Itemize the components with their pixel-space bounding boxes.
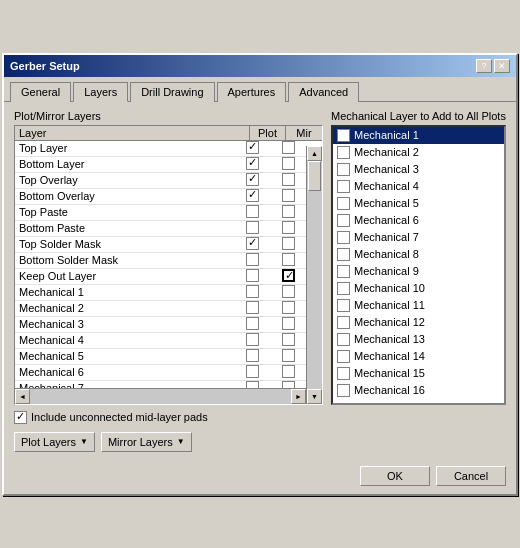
list-item[interactable]: Mechanical 6 xyxy=(333,212,504,229)
mech-checkbox[interactable] xyxy=(337,146,350,159)
plot-checkbox[interactable] xyxy=(246,157,259,170)
plot-checkbox[interactable] xyxy=(246,221,259,234)
plot-checkbox[interactable] xyxy=(246,269,259,282)
mech-checkbox[interactable] xyxy=(337,214,350,227)
gerber-setup-window: Gerber Setup ? ✕ General Layers Drill Dr… xyxy=(2,53,518,496)
plot-checkbox[interactable] xyxy=(246,317,259,330)
table-row: Bottom Overlay xyxy=(15,189,306,205)
mech-checkbox[interactable] xyxy=(337,350,350,363)
ok-button[interactable]: OK xyxy=(360,466,430,486)
right-panel: Mechanical Layer to Add to All Plots Mec… xyxy=(331,110,506,405)
mech-checkbox[interactable] xyxy=(337,180,350,193)
plot-checkbox[interactable] xyxy=(246,301,259,314)
mech-checkbox[interactable] xyxy=(337,316,350,329)
plot-checkbox[interactable] xyxy=(246,173,259,186)
plot-checkbox[interactable] xyxy=(246,189,259,202)
mir-checkbox[interactable] xyxy=(282,141,295,154)
mir-checkbox[interactable] xyxy=(282,221,295,234)
list-item[interactable]: Mechanical 4 xyxy=(333,178,504,195)
mech-checkbox[interactable] xyxy=(337,163,350,176)
list-item[interactable]: Mechanical 15 xyxy=(333,365,504,382)
mech-checkbox[interactable] xyxy=(337,231,350,244)
mech-checkbox[interactable] xyxy=(337,248,350,261)
plot-checkbox[interactable] xyxy=(246,333,259,346)
list-item[interactable]: Mechanical 7 xyxy=(333,229,504,246)
scroll-left-btn[interactable]: ◄ xyxy=(15,389,30,404)
list-item[interactable]: Mechanical 5 xyxy=(333,195,504,212)
list-item[interactable]: Mechanical 14 xyxy=(333,348,504,365)
cancel-button[interactable]: Cancel xyxy=(436,466,506,486)
plot-checkbox[interactable] xyxy=(246,365,259,378)
list-item[interactable]: Mechanical 9 xyxy=(333,263,504,280)
list-item[interactable]: Mechanical 16 xyxy=(333,382,504,399)
mir-checkbox[interactable] xyxy=(282,237,295,250)
layer-table: Layer Plot Mir Top Layer Bottom Layer To… xyxy=(14,125,323,405)
plot-checkbox[interactable] xyxy=(246,349,259,362)
main-content: Plot/Mirror Layers Layer Plot Mir Top La… xyxy=(4,102,516,460)
plot-layers-dropdown-arrow: ▼ xyxy=(80,437,88,446)
mech-checkbox[interactable] xyxy=(337,197,350,210)
mir-checkbox[interactable] xyxy=(282,365,295,378)
plot-checkbox[interactable] xyxy=(246,237,259,250)
tab-drill-drawing[interactable]: Drill Drawing xyxy=(130,82,214,102)
plot-checkbox[interactable] xyxy=(246,141,259,154)
mir-checkbox[interactable] xyxy=(282,269,295,282)
window-title: Gerber Setup xyxy=(10,60,80,72)
mir-checkbox[interactable] xyxy=(282,317,295,330)
mir-checkbox[interactable] xyxy=(282,333,295,346)
tab-advanced[interactable]: Advanced xyxy=(288,82,359,102)
list-item[interactable]: Mechanical 8 xyxy=(333,246,504,263)
table-row: Mechanical 2 xyxy=(15,301,306,317)
list-item[interactable]: Mechanical 10 xyxy=(333,280,504,297)
mechanical-layer-list[interactable]: Mechanical 1 Mechanical 2 Mechanical 3 M… xyxy=(331,125,506,405)
plot-checkbox[interactable] xyxy=(246,205,259,218)
plot-checkbox[interactable] xyxy=(246,285,259,298)
mech-checkbox[interactable] xyxy=(337,265,350,278)
tab-layers[interactable]: Layers xyxy=(73,82,128,102)
mech-checkbox[interactable] xyxy=(337,384,350,397)
plot-checkbox[interactable] xyxy=(246,253,259,266)
mirror-layers-button[interactable]: Mirror Layers ▼ xyxy=(101,432,192,452)
close-button[interactable]: ✕ xyxy=(494,59,510,73)
scroll-right-btn[interactable]: ► xyxy=(291,389,306,404)
mech-checkbox[interactable] xyxy=(337,299,350,312)
include-row: Include unconnected mid-layer pads xyxy=(14,411,506,424)
mir-checkbox[interactable] xyxy=(282,349,295,362)
table-header: Layer Plot Mir xyxy=(15,126,322,141)
mir-checkbox[interactable] xyxy=(282,205,295,218)
mir-checkbox[interactable] xyxy=(282,301,295,314)
scroll-up-btn[interactable]: ▲ xyxy=(307,146,322,161)
mech-checkbox[interactable] xyxy=(337,282,350,295)
vertical-scrollbar[interactable]: ▲ ▼ xyxy=(306,146,322,404)
mech-checkbox[interactable] xyxy=(337,333,350,346)
mir-checkbox[interactable] xyxy=(282,285,295,298)
table-row: Keep Out Layer xyxy=(15,269,306,285)
list-item[interactable]: Mechanical 12 xyxy=(333,314,504,331)
horizontal-scrollbar[interactable]: ◄ ► xyxy=(15,388,306,404)
table-row: Bottom Solder Mask xyxy=(15,253,306,269)
mir-checkbox[interactable] xyxy=(282,157,295,170)
table-scroll[interactable]: Top Layer Bottom Layer Top Overlay Botto… xyxy=(15,141,322,399)
mech-checkbox[interactable] xyxy=(337,129,350,142)
mech-checkbox[interactable] xyxy=(337,367,350,380)
tab-general[interactable]: General xyxy=(10,82,71,102)
tab-apertures[interactable]: Apertures xyxy=(217,82,287,102)
mir-checkbox[interactable] xyxy=(282,253,295,266)
scroll-thumb[interactable] xyxy=(308,161,321,191)
scroll-down-btn[interactable]: ▼ xyxy=(307,389,322,404)
list-item[interactable]: Mechanical 1 xyxy=(333,127,504,144)
title-bar: Gerber Setup ? ✕ xyxy=(4,55,516,77)
list-item[interactable]: Mechanical 3 xyxy=(333,161,504,178)
include-checkbox[interactable] xyxy=(14,411,27,424)
list-item[interactable]: Mechanical 2 xyxy=(333,144,504,161)
mir-checkbox[interactable] xyxy=(282,189,295,202)
list-item[interactable]: Mechanical 11 xyxy=(333,297,504,314)
table-row: Bottom Layer xyxy=(15,157,306,173)
right-panel-label: Mechanical Layer to Add to All Plots xyxy=(331,110,506,122)
dialog-buttons-bar: OK Cancel xyxy=(4,460,516,494)
help-button[interactable]: ? xyxy=(476,59,492,73)
bottom-section: Include unconnected mid-layer pads Plot … xyxy=(14,411,506,452)
plot-layers-button[interactable]: Plot Layers ▼ xyxy=(14,432,95,452)
list-item[interactable]: Mechanical 13 xyxy=(333,331,504,348)
mir-checkbox[interactable] xyxy=(282,173,295,186)
